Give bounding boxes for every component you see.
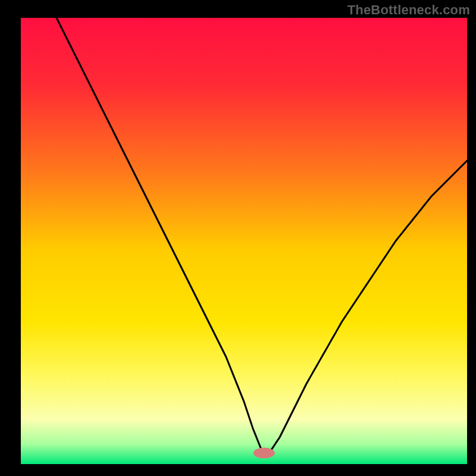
chart-svg xyxy=(21,18,467,464)
watermark-text: TheBottleneck.com xyxy=(347,2,470,18)
chart-stage: TheBottleneck.com xyxy=(0,0,476,476)
plot-area xyxy=(21,18,467,464)
gradient-background xyxy=(21,18,467,464)
optimum-marker xyxy=(253,447,275,458)
